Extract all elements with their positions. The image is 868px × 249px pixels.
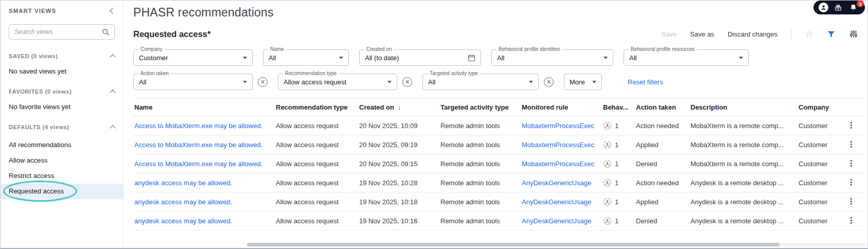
save-as-button[interactable]: Save as xyxy=(690,30,714,38)
column-header-targeted-activity-type[interactable]: Targeted activity type xyxy=(439,99,521,116)
calendar-icon xyxy=(468,54,475,62)
search-views-input[interactable] xyxy=(14,28,102,35)
behavior-cell: 1 xyxy=(602,135,635,154)
collapse-sidebar-icon[interactable] xyxy=(110,8,115,13)
table-row: anydesk access may be allowed.Allow acce… xyxy=(133,211,864,230)
monitored-rule-link[interactable]: MobaxtermProcessExec xyxy=(522,141,594,149)
sidebar-item-restrict-access[interactable]: Restrict access xyxy=(1,168,123,184)
filter-targeted-activity-type[interactable]: Targeted activity type All xyxy=(422,74,539,90)
discard-changes-button[interactable]: Discard changes xyxy=(728,30,777,38)
recommendation-link[interactable]: anydesk access may be allowed. xyxy=(134,217,232,225)
filter-behavioral-profile-identities[interactable]: Behavioral profile identities All xyxy=(491,49,613,66)
horizontal-scrollbar[interactable] xyxy=(247,243,866,246)
gift-icon[interactable] xyxy=(832,2,844,13)
chevron-down-icon xyxy=(529,81,533,83)
cell-created-on: 20 Nov 2025, 09:19 xyxy=(358,135,439,154)
more-label: More xyxy=(570,78,588,86)
sidebar-item-all-recommendations[interactable]: All recommendations xyxy=(1,137,123,153)
section-header-saved[interactable]: SAVED (0 views) xyxy=(1,53,123,59)
filter-name[interactable]: Name All xyxy=(263,49,349,66)
column-settings-icon[interactable] xyxy=(849,29,858,39)
section-label: DEFAULTS (4 views) xyxy=(9,124,69,130)
filter-created-on[interactable]: Created on All (to date) xyxy=(359,49,481,66)
cell-created-on: 19 Nov 2025, 10:28 xyxy=(358,173,439,192)
chevron-down-icon xyxy=(739,57,743,59)
section-header-defaults[interactable]: DEFAULTS (4 views) xyxy=(1,124,123,130)
filter-company[interactable]: Company Customer xyxy=(133,49,253,66)
column-header-action-taken[interactable]: Action taken xyxy=(635,99,689,116)
cell-recommendation-type: Allow access request xyxy=(275,173,358,192)
filter-action-taken[interactable]: Action taken All xyxy=(133,74,253,90)
monitored-rule-link[interactable]: AnyDeskGenericUsage xyxy=(522,179,591,187)
chevron-down-icon xyxy=(592,81,596,83)
clear-filter-icon[interactable]: ✕ xyxy=(258,77,268,87)
cell-targeted-activity-type: Remote admin tools xyxy=(439,135,521,154)
filter-recommendation-type[interactable]: Recommendation type Allow access request xyxy=(278,74,397,90)
recommendation-link[interactable]: Access to MobaXterm.exe may be allowed. xyxy=(134,160,262,168)
column-header-monitored-rule[interactable]: Monitored rule xyxy=(521,99,602,116)
cell-company: Customer xyxy=(798,135,842,154)
monitored-rule-link[interactable]: MobaxtermProcessExec xyxy=(522,122,594,130)
smart-views-sidebar: SMART VIEWS SAVED (0 views) No saved vie… xyxy=(1,1,123,248)
column-header-created-on[interactable]: Created on↓ xyxy=(358,99,439,116)
clear-filter-icon[interactable]: ✕ xyxy=(402,77,412,87)
behavior-cell: 1 xyxy=(602,154,635,173)
row-menu-cell: ⋮ xyxy=(842,211,864,230)
view-title: Requested access* xyxy=(133,29,210,39)
save-button[interactable]: Save xyxy=(662,30,677,38)
app-window: SMART VIEWS SAVED (0 views) No saved vie… xyxy=(0,0,868,249)
row-menu-icon[interactable]: ⋮ xyxy=(843,139,859,150)
row-menu-icon[interactable]: ⋮ xyxy=(843,158,859,169)
recommendation-link[interactable]: Access to MobaXterm.exe may be allowed. xyxy=(134,141,262,149)
monitored-rule-link[interactable]: AnyDeskGenericUsage xyxy=(522,217,591,225)
recommendation-link[interactable]: Access to MobaXterm.exe may be allowed. xyxy=(134,122,262,130)
reset-filters-link[interactable]: Reset filters xyxy=(628,78,663,86)
chevron-down-icon xyxy=(387,81,392,83)
filter-behavioral-profile-resources[interactable]: Behavioral profile resources All xyxy=(624,49,749,66)
behavior-profile-icon xyxy=(603,159,612,168)
clear-filter-icon[interactable]: ✕ xyxy=(544,77,554,87)
cell-recommendation-type: Allow access request xyxy=(275,192,358,211)
row-menu-icon[interactable]: ⋮ xyxy=(843,215,859,226)
row-menu-icon[interactable]: ⋮ xyxy=(843,177,859,188)
cell-description: MobaXterm is a remote comp... xyxy=(689,135,798,154)
chevron-down-icon xyxy=(243,57,247,59)
recommendation-link[interactable]: anydesk access may be allowed. xyxy=(134,198,232,206)
row-menu-icon[interactable]: ⋮ xyxy=(843,120,859,131)
scrollbar-thumb[interactable] xyxy=(247,243,780,246)
cell-description: Anydesk is a remote desktop ... xyxy=(689,211,798,230)
view-actions: Save Save as Discard changes ☆ xyxy=(662,29,859,39)
column-header-name[interactable]: Name xyxy=(133,99,275,116)
filter-label: Company xyxy=(138,46,165,52)
table-row: Access to MobaXterm.exe may be allowed.A… xyxy=(133,116,864,135)
behavior-count: 1 xyxy=(615,179,618,187)
monitored-rule-link[interactable]: MobaxtermProcessExec xyxy=(522,160,594,168)
cell-company: Customer xyxy=(798,211,842,230)
sidebar-item-requested-access[interactable]: Requested access xyxy=(1,184,123,199)
sidebar-item-allow-access[interactable]: Allow access xyxy=(1,153,123,168)
section-header-favorites[interactable]: FAVORITES (0 views) xyxy=(1,88,123,95)
search-icon xyxy=(102,28,110,36)
behavior-cell: 1 xyxy=(602,211,635,230)
filter-value: All xyxy=(629,54,735,62)
column-header-company[interactable]: Company xyxy=(798,99,842,116)
cell-action-taken: Denied xyxy=(635,154,689,173)
column-header-behaviors[interactable]: Behav... xyxy=(602,99,635,116)
user-account-icon[interactable] xyxy=(818,2,829,13)
behavior-count: 1 xyxy=(615,160,618,168)
row-menu-icon[interactable]: ⋮ xyxy=(843,196,859,207)
recommendation-link[interactable]: anydesk access may be allowed. xyxy=(134,179,232,187)
behavior-cell: 1 xyxy=(602,192,635,211)
cell-recommendation-type: Allow access request xyxy=(275,135,358,154)
cell-targeted-activity-type: Remote admin tools xyxy=(439,173,521,192)
monitored-rule-link[interactable]: AnyDeskGenericUsage xyxy=(522,198,591,206)
behavior-profile-icon xyxy=(603,140,612,149)
behavior-profile-icon xyxy=(603,217,612,225)
more-filters-dropdown[interactable]: More xyxy=(564,74,602,90)
filter-funnel-icon[interactable] xyxy=(827,30,836,39)
favorite-star-icon[interactable]: ☆ xyxy=(805,29,813,39)
filter-value: All xyxy=(428,78,525,86)
behavior-cell: 1 xyxy=(602,173,635,192)
column-header-recommendation-type[interactable]: Recommendation type xyxy=(275,99,358,116)
column-header-description[interactable]: Description xyxy=(689,99,798,116)
